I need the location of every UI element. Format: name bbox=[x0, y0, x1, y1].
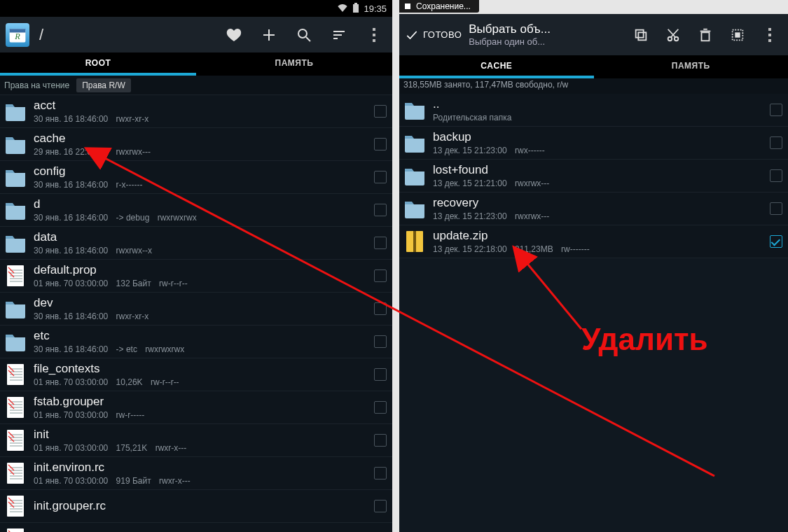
list-item[interactable]: ..Родительская папка bbox=[399, 94, 788, 127]
item-checkbox[interactable] bbox=[374, 302, 387, 315]
tab-memory[interactable]: ПАМЯТЬ bbox=[594, 56, 789, 78]
current-path[interactable]: / bbox=[39, 26, 43, 44]
item-name: fstab.grouper bbox=[34, 395, 374, 409]
perm-rw-button[interactable]: Права R/W bbox=[76, 78, 131, 92]
folder-icon bbox=[403, 163, 426, 188]
item-subtext: 01 янв. 70 03:00:00 10,26K rw-r--r-- bbox=[34, 377, 374, 387]
file-list[interactable]: acct30 янв. 16 18:46:00 rwxr-xr-x cache2… bbox=[0, 95, 392, 532]
list-item[interactable]: init.grouper.rc bbox=[0, 490, 392, 523]
item-name: dev bbox=[34, 296, 374, 310]
item-meta: acct30 янв. 16 18:46:00 rwxr-xr-x bbox=[34, 99, 374, 124]
list-item[interactable]: recovery13 дек. 15 21:23:00 rwxrwx--- bbox=[399, 192, 788, 225]
item-checkbox[interactable] bbox=[374, 204, 387, 216]
item-name: config bbox=[34, 164, 374, 178]
item-name: update.zip bbox=[433, 229, 770, 243]
item-checkbox[interactable] bbox=[374, 434, 387, 447]
list-item[interactable]: init.grouper.usb.rc bbox=[0, 523, 392, 532]
item-meta: d30 янв. 16 18:46:00 -> debug rwxrwxrwx bbox=[34, 197, 374, 223]
left-device: 19:35 R / ROOT П bbox=[0, 0, 392, 532]
item-checkbox[interactable] bbox=[374, 270, 387, 282]
search-button[interactable] bbox=[291, 22, 317, 48]
item-checkbox[interactable] bbox=[374, 401, 387, 414]
item-subtext: 13 дек. 15 21:23:00 rwx------ bbox=[433, 146, 770, 155]
item-checkbox[interactable] bbox=[374, 138, 387, 150]
item-checkbox[interactable] bbox=[374, 335, 387, 348]
right-device: ГОТОВО Выбрать объ... Выбран один об... bbox=[399, 14, 788, 532]
item-checkbox[interactable] bbox=[770, 169, 782, 182]
item-checkbox[interactable] bbox=[374, 171, 387, 183]
folder-icon bbox=[4, 132, 27, 157]
item-name: etc bbox=[34, 329, 374, 343]
list-item[interactable]: default.prop01 янв. 70 03:00:00 132 Байт… bbox=[0, 260, 392, 293]
item-name: init.grouper.rc bbox=[34, 499, 374, 513]
svg-rect-1 bbox=[353, 4, 359, 13]
cut-button[interactable] bbox=[661, 22, 686, 48]
item-subtext: 13 дек. 15 21:23:00 rwxrwx--- bbox=[433, 211, 770, 221]
item-checkbox[interactable] bbox=[374, 467, 387, 479]
tab-memory[interactable]: ПАМЯТЬ bbox=[196, 53, 392, 76]
copy-button[interactable] bbox=[628, 22, 654, 48]
item-subtext: 01 янв. 70 03:00:00 919 Байт rwxr-x--- bbox=[34, 476, 374, 486]
favorite-button[interactable] bbox=[221, 22, 247, 48]
svg-point-71 bbox=[668, 36, 672, 41]
permissions-strip: Права на чтение Права R/W bbox=[0, 76, 392, 95]
list-item[interactable]: etc30 янв. 16 18:46:00 -> etc rwxrwxrwx bbox=[0, 326, 392, 358]
item-meta: fstab.grouper01 янв. 70 03:00:00 rw-r---… bbox=[34, 395, 374, 420]
list-item[interactable]: init.environ.rc01 янв. 70 03:00:00 919 Б… bbox=[0, 457, 392, 490]
select-all-button[interactable] bbox=[725, 22, 750, 48]
folder-icon bbox=[4, 296, 27, 321]
overflow-menu-button[interactable] bbox=[757, 22, 782, 48]
item-checkbox[interactable] bbox=[770, 136, 782, 149]
item-meta: lost+found13 дек. 15 21:21:00 rwxrwx--- bbox=[433, 163, 770, 188]
item-name: acct bbox=[34, 99, 374, 113]
item-checkbox[interactable] bbox=[770, 202, 782, 215]
list-item[interactable]: backup13 дек. 15 21:23:00 rwx------ bbox=[399, 127, 788, 160]
doc-icon bbox=[4, 493, 27, 519]
item-checkbox[interactable] bbox=[374, 500, 387, 512]
item-checkbox[interactable] bbox=[374, 237, 387, 249]
item-meta: update.zip13 дек. 15 22:18:00 311,23MB r… bbox=[433, 229, 770, 254]
sort-button[interactable] bbox=[326, 22, 352, 48]
item-meta: recovery13 дек. 15 21:23:00 rwxrwx--- bbox=[433, 196, 770, 221]
list-item[interactable]: update.zip13 дек. 15 22:18:00 311,23MB r… bbox=[399, 225, 788, 258]
list-item[interactable]: cache29 янв. 16 22:09:00 rwxrwx--- bbox=[0, 128, 392, 161]
list-item[interactable]: fstab.grouper01 янв. 70 03:00:00 rw-r---… bbox=[0, 391, 392, 424]
svg-rect-0 bbox=[405, 4, 410, 9]
item-name: default.prop bbox=[34, 263, 374, 277]
list-item[interactable]: file_contexts01 янв. 70 03:00:00 10,26K … bbox=[0, 358, 392, 391]
item-checkbox[interactable] bbox=[770, 235, 782, 248]
zip-icon bbox=[403, 229, 426, 254]
item-name: file_contexts bbox=[34, 362, 374, 376]
add-button[interactable] bbox=[256, 22, 282, 48]
item-checkbox[interactable] bbox=[374, 105, 387, 118]
item-subtext: 30 янв. 16 18:46:00 -> etc rwxrwxrwx bbox=[34, 344, 374, 354]
tab-root[interactable]: ROOT bbox=[0, 53, 196, 76]
item-meta: config30 янв. 16 18:46:00 r-x------ bbox=[34, 164, 374, 190]
list-item[interactable]: lost+found13 дек. 15 21:21:00 rwxrwx--- bbox=[399, 160, 788, 192]
wifi-icon bbox=[337, 4, 348, 14]
item-subtext: 30 янв. 16 18:46:00 r-x------ bbox=[34, 180, 374, 190]
item-meta: cache29 янв. 16 22:09:00 rwxrwx--- bbox=[34, 132, 374, 157]
item-checkbox[interactable] bbox=[770, 104, 782, 116]
list-item[interactable]: init01 янв. 70 03:00:00 175,21K rwxr-x--… bbox=[0, 424, 392, 457]
tabs: ROOT ПАМЯТЬ bbox=[0, 53, 392, 76]
list-item[interactable]: d30 янв. 16 18:46:00 -> debug rwxrwxrwx bbox=[0, 194, 392, 227]
item-subtext: 13 дек. 15 22:18:00 311,23MB rw------- bbox=[433, 244, 770, 254]
item-meta: ..Родительская папка bbox=[433, 97, 770, 122]
tab-cache[interactable]: CACHE bbox=[399, 56, 594, 78]
list-item[interactable]: dev30 янв. 16 18:46:00 rwxr-xr-x bbox=[0, 293, 392, 326]
selection-action-bar: ГОТОВО Выбрать объ... Выбран один об... bbox=[399, 14, 788, 56]
list-item[interactable]: acct30 янв. 16 18:46:00 rwxr-xr-x bbox=[0, 95, 392, 128]
delete-button[interactable] bbox=[693, 22, 718, 48]
list-item[interactable]: config30 янв. 16 18:46:00 r-x------ bbox=[0, 161, 392, 194]
folder-icon bbox=[4, 230, 27, 255]
svg-rect-70 bbox=[636, 29, 644, 37]
svg-point-8 bbox=[298, 29, 307, 38]
list-item[interactable]: data30 янв. 16 18:46:00 rwxrwx--x bbox=[0, 227, 392, 260]
item-checkbox[interactable] bbox=[374, 368, 387, 381]
app-icon[interactable]: R bbox=[6, 23, 29, 47]
overflow-menu-button[interactable] bbox=[361, 22, 387, 48]
item-meta: dev30 янв. 16 18:46:00 rwxr-xr-x bbox=[34, 296, 374, 321]
file-list[interactable]: ..Родительская папка backup13 дек. 15 21… bbox=[399, 94, 788, 258]
done-button[interactable]: ГОТОВО bbox=[405, 28, 462, 42]
